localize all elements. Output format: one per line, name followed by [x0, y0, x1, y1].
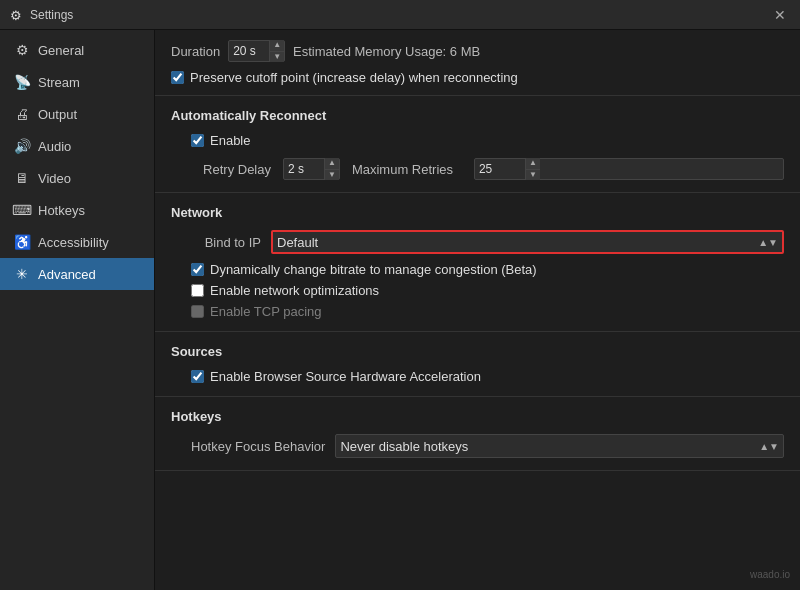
- bind-to-ip-select[interactable]: Default: [277, 235, 758, 250]
- sidebar-label-audio: Audio: [38, 139, 71, 154]
- browser-hw-checkbox[interactable]: [191, 370, 204, 383]
- enable-label: Enable: [210, 133, 250, 148]
- dynamic-bitrate-checkbox[interactable]: [191, 263, 204, 276]
- browser-hw-row: Enable Browser Source Hardware Accelerat…: [191, 369, 784, 384]
- preserve-checkbox[interactable]: [171, 71, 184, 84]
- max-retries-spinbox[interactable]: ▲ ▼: [474, 158, 784, 180]
- retry-delay-down[interactable]: ▼: [325, 169, 339, 181]
- hotkeys-title: Hotkeys: [171, 409, 784, 424]
- sidebar-item-video[interactable]: 🖥 Video: [0, 162, 154, 194]
- retry-row: Retry Delay ▲ ▼ Maximum Retries ▲ ▼: [191, 158, 784, 180]
- accessibility-icon: ♿: [14, 234, 30, 250]
- network-inner: Bind to IP Default ▲▼ Dynamically change…: [171, 230, 784, 319]
- tcp-pacing-checkbox[interactable]: [191, 305, 204, 318]
- sources-inner: Enable Browser Source Hardware Accelerat…: [171, 369, 784, 384]
- enable-row: Enable: [191, 133, 784, 148]
- settings-icon: ⚙: [10, 8, 24, 22]
- top-section: Duration 20 s ▲ ▼ Estimated Memory Usage…: [155, 30, 800, 96]
- max-retries-input[interactable]: [475, 162, 525, 176]
- enable-checkbox[interactable]: [191, 134, 204, 147]
- sidebar-item-general[interactable]: ⚙ General: [0, 34, 154, 66]
- bind-to-ip-label: Bind to IP: [191, 235, 261, 250]
- preserve-row: Preserve cutoff point (increase delay) w…: [171, 70, 784, 85]
- retry-delay-spinbox[interactable]: ▲ ▼: [283, 158, 340, 180]
- sources-section: Sources Enable Browser Source Hardware A…: [155, 332, 800, 397]
- dynamic-bitrate-label: Dynamically change bitrate to manage con…: [210, 262, 537, 277]
- tcp-pacing-label: Enable TCP pacing: [210, 304, 322, 319]
- main-layout: ⚙ General 📡 Stream 🖨 Output 🔊 Audio 🖥 Vi…: [0, 30, 800, 590]
- advanced-icon: ✳: [14, 266, 30, 282]
- hotkeys-inner: Hotkey Focus Behavior Never disable hotk…: [171, 434, 784, 458]
- duration-input[interactable]: 20 s: [229, 44, 269, 58]
- network-opt-row: Enable network optimizations: [191, 283, 784, 298]
- hotkeys-icon: ⌨: [14, 202, 30, 218]
- window-title: Settings: [30, 8, 73, 22]
- sidebar-item-output[interactable]: 🖨 Output: [0, 98, 154, 130]
- title-bar: ⚙ Settings ✕: [0, 0, 800, 30]
- hotkeys-section: Hotkeys Hotkey Focus Behavior Never disa…: [155, 397, 800, 471]
- auto-reconnect-section: Automatically Reconnect Enable Retry Del…: [155, 96, 800, 193]
- duration-down-arrow[interactable]: ▼: [270, 51, 284, 63]
- hotkey-focus-arrow: ▲▼: [759, 441, 779, 452]
- sidebar-item-stream[interactable]: 📡 Stream: [0, 66, 154, 98]
- network-opt-checkbox[interactable]: [191, 284, 204, 297]
- stream-icon: 📡: [14, 74, 30, 90]
- duration-row: Duration 20 s ▲ ▼ Estimated Memory Usage…: [171, 40, 784, 62]
- sidebar-item-advanced[interactable]: ✳ Advanced: [0, 258, 154, 290]
- content-area: Duration 20 s ▲ ▼ Estimated Memory Usage…: [155, 30, 800, 590]
- duration-label: Duration: [171, 44, 220, 59]
- memory-label: Estimated Memory Usage: 6 MB: [293, 44, 480, 59]
- duration-spinbox[interactable]: 20 s ▲ ▼: [228, 40, 285, 62]
- max-retries-arrows: ▲ ▼: [525, 158, 540, 180]
- preserve-label: Preserve cutoff point (increase delay) w…: [190, 70, 518, 85]
- browser-hw-label: Enable Browser Source Hardware Accelerat…: [210, 369, 481, 384]
- dynamic-bitrate-row: Dynamically change bitrate to manage con…: [191, 262, 784, 277]
- hotkey-focus-label: Hotkey Focus Behavior: [191, 439, 325, 454]
- retry-delay-input[interactable]: [284, 162, 324, 176]
- network-section: Network Bind to IP Default ▲▼ Dynamicall…: [155, 193, 800, 332]
- close-button[interactable]: ✕: [770, 8, 790, 22]
- title-bar-left: ⚙ Settings: [10, 8, 73, 22]
- general-icon: ⚙: [14, 42, 30, 58]
- sources-title: Sources: [171, 344, 784, 359]
- retry-delay-up[interactable]: ▲: [325, 158, 339, 169]
- max-retries-down[interactable]: ▼: [526, 169, 540, 181]
- retry-delay-arrows: ▲ ▼: [324, 158, 339, 180]
- sidebar-label-hotkeys: Hotkeys: [38, 203, 85, 218]
- auto-reconnect-inner: Enable Retry Delay ▲ ▼ Maximum Retries: [171, 133, 784, 180]
- sidebar-label-general: General: [38, 43, 84, 58]
- network-title: Network: [171, 205, 784, 220]
- bind-to-ip-arrow: ▲▼: [758, 237, 778, 248]
- output-icon: 🖨: [14, 106, 30, 122]
- sidebar-label-accessibility: Accessibility: [38, 235, 109, 250]
- duration-up-arrow[interactable]: ▲: [270, 40, 284, 51]
- auto-reconnect-title: Automatically Reconnect: [171, 108, 784, 123]
- max-retries-label: Maximum Retries: [352, 162, 462, 177]
- hotkey-focus-select[interactable]: Never disable hotkeys Disable when not i…: [340, 439, 759, 454]
- watermark: waado.io: [750, 569, 790, 580]
- sidebar-item-hotkeys[interactable]: ⌨ Hotkeys: [0, 194, 154, 226]
- tcp-pacing-row: Enable TCP pacing: [191, 304, 784, 319]
- audio-icon: 🔊: [14, 138, 30, 154]
- hotkey-focus-row: Hotkey Focus Behavior Never disable hotk…: [191, 434, 784, 458]
- sidebar-item-accessibility[interactable]: ♿ Accessibility: [0, 226, 154, 258]
- network-opt-label: Enable network optimizations: [210, 283, 379, 298]
- retry-delay-label: Retry Delay: [191, 162, 271, 177]
- bind-to-ip-row: Bind to IP Default ▲▼: [191, 230, 784, 254]
- sidebar: ⚙ General 📡 Stream 🖨 Output 🔊 Audio 🖥 Vi…: [0, 30, 155, 590]
- sidebar-label-advanced: Advanced: [38, 267, 96, 282]
- sidebar-item-audio[interactable]: 🔊 Audio: [0, 130, 154, 162]
- sidebar-label-stream: Stream: [38, 75, 80, 90]
- sidebar-label-video: Video: [38, 171, 71, 186]
- duration-arrows: ▲ ▼: [269, 40, 284, 62]
- sidebar-label-output: Output: [38, 107, 77, 122]
- max-retries-up[interactable]: ▲: [526, 158, 540, 169]
- video-icon: 🖥: [14, 170, 30, 186]
- hotkey-focus-select-container[interactable]: Never disable hotkeys Disable when not i…: [335, 434, 784, 458]
- bind-to-ip-select-container[interactable]: Default ▲▼: [271, 230, 784, 254]
